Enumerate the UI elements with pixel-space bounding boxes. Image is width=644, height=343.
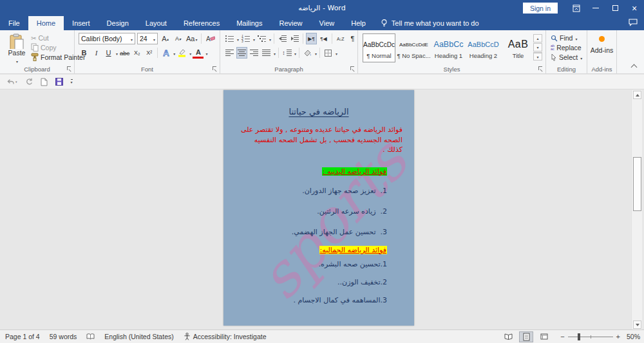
new-document-button[interactable] [41, 78, 48, 86]
align-center-button[interactable] [236, 47, 247, 59]
list-item[interactable]: 3.المساهمه في كمال الاجسام . [234, 295, 387, 305]
styles-dialog-launcher[interactable] [538, 66, 544, 71]
numbering-button[interactable] [240, 33, 251, 44]
zoom-in-button[interactable]: + [616, 333, 620, 340]
print-layout-button[interactable] [519, 331, 533, 342]
borders-caret-icon[interactable] [335, 49, 337, 57]
sort-button[interactable]: A↓Z [335, 33, 346, 44]
select-button[interactable]: Select [551, 53, 582, 61]
sign-in-button[interactable]: Sign in [523, 3, 558, 14]
clear-formatting-button[interactable]: A [205, 33, 216, 44]
intro-paragraph[interactable]: فوائد الرياضه في حياتنا عديده ومتنوعه , … [238, 125, 402, 155]
zoom-level[interactable]: 50% [623, 333, 640, 340]
restore-button[interactable] [605, 0, 625, 16]
ltr-text-direction-button[interactable]: ¶◀ [318, 33, 329, 44]
shading-button[interactable] [302, 47, 313, 59]
paste-button[interactable]: Paste [5, 33, 28, 64]
subscript-button[interactable]: X₂ [131, 47, 142, 59]
beauty-benefits-heading[interactable]: فوائد الرياضه الجماليه: [319, 246, 387, 254]
font-color-button[interactable]: A [193, 47, 204, 59]
style-no-spacing[interactable]: AaBbCcDdE ¶ No Spac... [397, 33, 430, 62]
undo-button[interactable]: ▾ [6, 79, 17, 86]
font-name-combobox[interactable]: Calibri (Body) [79, 33, 135, 44]
bullets-caret-icon[interactable] [236, 35, 239, 42]
list-item[interactable]: 2. زياده سرعه الرئتين. [234, 207, 387, 216]
bold-button[interactable]: B [79, 47, 90, 59]
accessibility-button[interactable]: Accessibility: Investigate [184, 333, 267, 340]
justify-button[interactable] [261, 47, 272, 59]
tab-home[interactable]: Home [28, 16, 64, 30]
scroll-up-button[interactable] [633, 91, 641, 99]
comments-button[interactable] [629, 19, 638, 28]
shading-caret-icon[interactable] [314, 49, 317, 57]
highlight-caret-icon[interactable] [189, 49, 191, 57]
list-item[interactable]: 2.تخفيف الوزن.. [234, 277, 387, 287]
justify-caret-icon[interactable] [273, 49, 276, 57]
underline-caret-icon[interactable] [115, 49, 118, 57]
text-highlight-button[interactable] [176, 47, 187, 59]
language-indicator[interactable]: English (United States) [104, 333, 173, 340]
list-item[interactable]: 3. تحسين عمل الجهاز الهضمي. [234, 227, 387, 237]
tab-file[interactable]: File [0, 16, 28, 30]
vertical-scrollbar[interactable] [631, 90, 642, 329]
increase-indent-button[interactable] [289, 33, 300, 44]
shrink-font-button[interactable]: A▾ [173, 33, 184, 44]
zoom-slider[interactable] [568, 337, 613, 337]
tab-design[interactable]: Design [99, 16, 137, 30]
style-title[interactable]: AaB Title [502, 33, 535, 62]
italic-button[interactable]: I [91, 47, 102, 59]
align-right-button[interactable] [249, 47, 260, 59]
styles-scroll-up-button[interactable]: ▴ [533, 34, 542, 42]
replace-button[interactable]: abac Replace [551, 44, 582, 51]
tab-help[interactable]: Help [343, 16, 374, 30]
minimize-button[interactable] [586, 0, 605, 16]
collapse-ribbon-button[interactable] [631, 64, 638, 71]
text-effects-caret-icon[interactable] [173, 49, 175, 57]
scroll-down-button[interactable] [633, 320, 641, 329]
multilevel-caret-icon[interactable] [269, 35, 271, 42]
scrollbar-thumb[interactable] [633, 157, 641, 211]
list-item[interactable]: 1.تحسين صحه البشره. [234, 259, 387, 269]
numbering-caret-icon[interactable] [252, 35, 255, 42]
change-case-button[interactable]: Aa [185, 33, 198, 44]
addins-button[interactable]: Add-ins [587, 36, 616, 54]
style-heading-1[interactable]: AaBbCc Heading 1 [432, 33, 465, 62]
font-color-caret-icon[interactable] [205, 49, 207, 57]
strikethrough-button[interactable]: abc [119, 47, 130, 59]
tab-insert[interactable]: Insert [64, 16, 99, 30]
line-spacing-button[interactable]: ↕ [281, 47, 292, 59]
tab-view[interactable]: View [311, 16, 343, 30]
tab-references[interactable]: References [175, 16, 228, 30]
font-size-combobox[interactable]: 24 [137, 33, 158, 44]
grow-font-button[interactable]: A▴ [160, 33, 171, 44]
line-spacing-caret-icon[interactable] [294, 49, 296, 57]
save-button[interactable] [55, 78, 63, 86]
clipboard-dialog-launcher[interactable] [67, 66, 72, 71]
style-heading-2[interactable]: AaBbCcD Heading 2 [467, 33, 500, 62]
document-page[interactable]: sports الرياضه في حياتنا فوائد الرياضه ف… [223, 90, 414, 326]
styles-scroll-down-button[interactable]: ▾ [533, 43, 542, 51]
web-layout-button[interactable] [537, 331, 551, 342]
close-button[interactable]: × [625, 0, 644, 16]
align-left-button[interactable] [224, 47, 235, 59]
list-item[interactable]: 1. تعزيز صحه جهاز الدوران. [234, 186, 387, 196]
style-normal[interactable]: AaBbCcDc ¶ Normal [363, 33, 395, 62]
customize-quick-access-button[interactable]: ▾ [71, 79, 73, 84]
tell-me-box[interactable]: Tell me what you want to do [381, 16, 479, 30]
borders-button[interactable] [323, 47, 334, 59]
ribbon-display-options-button[interactable] [567, 0, 586, 16]
redo-button[interactable] [25, 78, 33, 86]
multilevel-list-button[interactable] [256, 33, 267, 44]
tab-review[interactable]: Review [271, 16, 311, 30]
styles-more-button[interactable]: ▾ [533, 52, 542, 60]
find-button[interactable]: Find [551, 34, 582, 42]
superscript-button[interactable]: X² [144, 47, 155, 59]
proofing-button[interactable] [86, 333, 95, 340]
page-indicator[interactable]: Page 1 of 4 [5, 333, 40, 340]
tab-layout[interactable]: Layout [137, 16, 175, 30]
zoom-out-button[interactable]: − [560, 333, 564, 340]
read-mode-button[interactable] [501, 331, 515, 342]
text-effects-button[interactable]: A [160, 47, 171, 59]
zoom-slider-thumb[interactable] [578, 333, 580, 340]
physical-benefits-heading[interactable]: فوائد الرياضه البدنيه : [322, 167, 387, 176]
